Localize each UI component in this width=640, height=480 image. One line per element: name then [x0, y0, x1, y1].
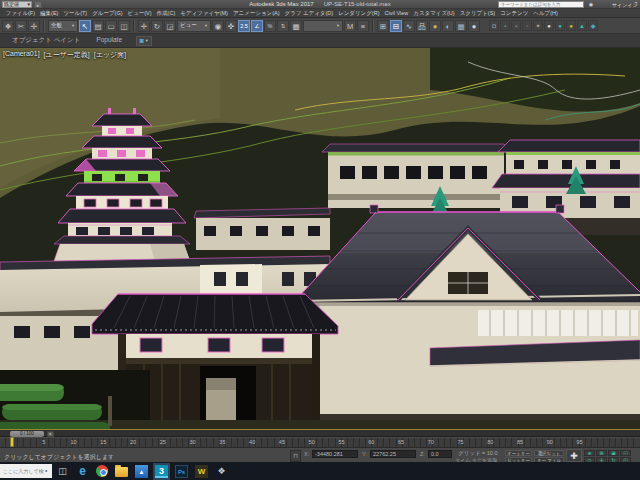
- ribbon-tab[interactable]: Populate: [88, 36, 130, 45]
- file-name: UP-SE-T15-old-total.max: [324, 1, 391, 7]
- shortcut-9-icon[interactable]: ▲: [577, 20, 587, 31]
- select-move-icon[interactable]: ✛: [138, 20, 150, 32]
- layer-manager-icon[interactable]: ⊞: [377, 20, 389, 32]
- bind-spacewarp-icon[interactable]: ✢: [28, 20, 40, 32]
- signin-avatar-icon[interactable]: ◉: [587, 1, 595, 8]
- select-object-icon[interactable]: ↖: [79, 20, 91, 32]
- pan-view-button[interactable]: ✚: [566, 449, 582, 462]
- percent-snap-icon[interactable]: %: [264, 20, 276, 32]
- select-link-icon[interactable]: ❖: [2, 20, 14, 32]
- menu-item[interactable]: スクリプト(S): [457, 10, 497, 17]
- zoom-icon[interactable]: ⊕: [584, 450, 595, 457]
- background-yagura[interactable]: [322, 144, 510, 208]
- viewport-label[interactable]: [エッジ面]: [94, 50, 126, 60]
- unlink-icon[interactable]: ✂: [15, 20, 27, 32]
- shortcut-7-icon[interactable]: ●: [555, 20, 565, 31]
- shortcut-6-icon[interactable]: ●: [544, 20, 554, 31]
- photoshop-icon[interactable]: Ps: [175, 465, 188, 478]
- menu-item[interactable]: Civil View: [382, 10, 411, 16]
- app-w-icon[interactable]: W: [195, 465, 208, 478]
- viewport[interactable]: [Camera01][ユーザー定義][エッジ面]: [0, 48, 640, 430]
- select-rotate-icon[interactable]: ↻: [151, 20, 163, 32]
- shortcut-4-icon[interactable]: ▫: [522, 20, 532, 31]
- menu-item[interactable]: カスタマイズ(U): [411, 10, 457, 17]
- menu-item[interactable]: レンダリング(R): [336, 10, 382, 17]
- shortcut-8-icon[interactable]: ●: [566, 20, 576, 31]
- named-selection-sets-dropdown[interactable]: ▼: [303, 20, 343, 32]
- chrome-icon[interactable]: [96, 465, 108, 477]
- chevron-down-icon: ▼: [71, 23, 75, 28]
- shortcut-10-icon[interactable]: ◆: [588, 20, 598, 31]
- material-editor-icon[interactable]: ●: [429, 20, 441, 32]
- selection-filter-dropdown[interactable]: 全般▼: [48, 20, 78, 32]
- selection-filter-value: 全般: [51, 22, 62, 29]
- photos-icon[interactable]: ▲: [135, 465, 148, 478]
- zoom-all-icon[interactable]: ⊞: [596, 450, 607, 457]
- schematic-view-icon[interactable]: 品: [416, 20, 428, 32]
- time-slider-track[interactable]: 0 / 100 ▸: [0, 430, 640, 437]
- z-coordinate-field[interactable]: 0.0: [428, 450, 452, 458]
- menu-item[interactable]: ツール(T): [61, 10, 90, 17]
- selection-lock-icon[interactable]: ⊓: [290, 450, 301, 462]
- viewport-label[interactable]: [Camera01]: [3, 50, 40, 60]
- select-scale-icon[interactable]: ◲: [164, 20, 176, 32]
- status-prompt: クリックしてオブジェクトを選択します: [4, 453, 114, 462]
- reference-coordinate-dropdown[interactable]: ビュー▼: [177, 20, 211, 32]
- file-explorer-icon[interactable]: [115, 467, 128, 477]
- select-manipulate-icon[interactable]: ✜: [225, 20, 237, 32]
- timeline-tick-label: 45: [279, 439, 285, 445]
- menu-item[interactable]: コンテンツ: [498, 10, 531, 17]
- shortcut-1-icon[interactable]: ◘: [489, 20, 499, 31]
- menu-item[interactable]: 作成(C): [154, 10, 178, 17]
- curve-editor-icon[interactable]: ∿: [403, 20, 415, 32]
- window-crossing-icon[interactable]: ◫: [118, 20, 130, 32]
- viewport-scene[interactable]: [0, 48, 640, 429]
- task-view-icon[interactable]: ◫: [56, 465, 69, 478]
- menu-item[interactable]: ビュー(V): [125, 10, 154, 17]
- timeline-tick-label: 25: [160, 439, 166, 445]
- zoom-region-icon[interactable]: ◱: [620, 450, 631, 457]
- time-slider-handle[interactable]: 0 / 100: [10, 431, 44, 437]
- ribbon-config-button[interactable]: ◙▼: [136, 36, 152, 46]
- microphone-icon[interactable]: ●: [45, 468, 47, 473]
- align-icon[interactable]: ≡: [357, 20, 369, 32]
- use-pivot-center-icon[interactable]: ◉: [212, 20, 224, 32]
- edge-icon[interactable]: e: [76, 465, 89, 478]
- x-coordinate-field[interactable]: -34480.281: [312, 450, 358, 458]
- menu-item[interactable]: 編集(E): [38, 10, 61, 17]
- menu-item[interactable]: グループ(G): [90, 10, 125, 17]
- zoom-extents-icon[interactable]: ▣: [608, 450, 619, 457]
- selection-set-dropdown[interactable]: 選択セット: [534, 450, 564, 456]
- track-bar[interactable]: 5101520253035404550556065707580859095: [0, 437, 640, 447]
- shortcut-2-icon[interactable]: ▪: [500, 20, 510, 31]
- render-setup-icon[interactable]: ◐: [442, 20, 454, 32]
- shortcut-3-icon[interactable]: ▪: [511, 20, 521, 31]
- y-coordinate-field[interactable]: 22762.25: [370, 450, 416, 458]
- render-production-icon[interactable]: ●: [468, 20, 480, 32]
- spinner-snap-icon[interactable]: ⇅: [277, 20, 289, 32]
- snap-toggle-icon[interactable]: 2.5: [238, 20, 250, 32]
- middle-wall[interactable]: [194, 208, 330, 250]
- current-frame-marker[interactable]: [10, 437, 14, 447]
- menu-item[interactable]: グラフ エディタ(D): [282, 10, 336, 17]
- edit-named-selections-icon[interactable]: ▦: [290, 20, 302, 32]
- help-icon[interactable]: ?: [632, 1, 640, 8]
- next-frame-button[interactable]: ▸: [47, 431, 54, 437]
- shortcut-5-icon[interactable]: ✦: [533, 20, 543, 31]
- max-app-icon[interactable]: 3: [155, 465, 168, 478]
- menu-item[interactable]: ファイル(F): [3, 10, 38, 17]
- select-region-icon[interactable]: ▭: [105, 20, 117, 32]
- select-by-name-icon[interactable]: ▤: [92, 20, 104, 32]
- viewport-label[interactable]: [ユーザー定義]: [44, 50, 90, 60]
- auto-key-button[interactable]: オートキー: [505, 450, 532, 456]
- rendered-frame-icon[interactable]: ▦: [455, 20, 467, 32]
- angle-snap-icon[interactable]: ∠: [251, 20, 263, 32]
- menu-item[interactable]: モディファイヤ(M): [178, 10, 231, 17]
- menu-item[interactable]: アニメーション(A): [230, 10, 282, 17]
- mirror-icon[interactable]: M: [344, 20, 356, 32]
- ribbon-toggle-icon[interactable]: ⊟: [390, 20, 402, 32]
- app-misc-icon[interactable]: ❖: [215, 465, 228, 478]
- menu-item[interactable]: ヘルプ(H): [531, 10, 561, 17]
- ribbon-tab[interactable]: オブジェクト ペイント: [4, 36, 88, 45]
- infocenter-search-input[interactable]: [498, 1, 584, 8]
